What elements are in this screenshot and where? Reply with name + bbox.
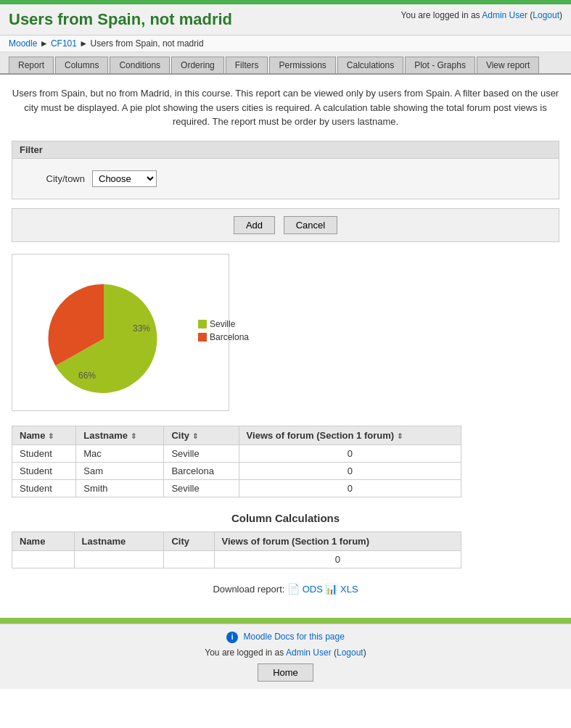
calc-th-name: Name	[12, 531, 75, 550]
barcelona-color	[198, 333, 207, 342]
barcelona-pct-label: 33%	[133, 323, 150, 334]
footer-docs: i Moodle Docs for this page	[7, 632, 564, 643]
footer-logout-link[interactable]: Logout	[337, 648, 363, 658]
filter-body: City/town Choose Seville Barcelona	[12, 159, 559, 199]
th-lastname[interactable]: Lastname ⇕	[76, 426, 164, 444]
page-title: Users from Spain, not madrid	[9, 10, 232, 29]
cf101-link[interactable]: CF101	[51, 38, 77, 49]
row1-name: Student	[12, 444, 76, 462]
barcelona-label: Barcelona	[210, 332, 249, 342]
calc-row-views: 0	[214, 550, 461, 568]
logout-link[interactable]: Logout	[533, 10, 559, 20]
ods-icon: 📄	[287, 583, 300, 595]
tab-plot-graphs[interactable]: Plot - Graphs	[405, 57, 475, 73]
row2-name: Student	[12, 462, 76, 479]
sort-name-icon: ⇕	[48, 432, 54, 440]
moodle-link[interactable]: Moodle	[9, 38, 37, 49]
th-views[interactable]: Views of forum (Section 1 forum) ⇕	[239, 426, 461, 444]
chart-legend: Seville Barcelona	[198, 319, 249, 345]
filter-section: Filter City/town Choose Seville Barcelon…	[12, 141, 559, 199]
login-text: You are logged in as	[401, 10, 480, 20]
pie-svg: 33% 66%	[24, 266, 184, 397]
tab-calculations[interactable]: Calculations	[337, 57, 403, 73]
tab-view-report[interactable]: View report	[477, 57, 539, 73]
data-table: Name ⇕ Lastname ⇕ City ⇕ Views of forum …	[12, 426, 461, 497]
tab-ordering[interactable]: Ordering	[171, 57, 224, 73]
tab-permissions[interactable]: Permissions	[269, 57, 335, 73]
seville-color	[198, 320, 207, 328]
seville-pct-label: 66%	[78, 371, 96, 381]
main-content: Users from Spain, but no from Madrid, in…	[0, 75, 571, 618]
calc-row-name	[12, 550, 75, 568]
docs-link[interactable]: Moodle Docs for this page	[243, 632, 344, 642]
tab-report[interactable]: Report	[9, 57, 54, 73]
row3-city: Seville	[164, 479, 239, 497]
footer-login-row: You are logged in as Admin User (Logout)	[7, 648, 564, 658]
download-row: Download report: 📄 ODS 📊 XLS	[12, 583, 559, 595]
nav-tabs: Report Columns Conditions Ordering Filte…	[0, 52, 571, 75]
sort-city-icon: ⇕	[192, 432, 198, 440]
home-button[interactable]: Home	[258, 663, 313, 682]
th-name[interactable]: Name ⇕	[12, 426, 76, 444]
sep1: ►	[40, 38, 49, 49]
row1-city: Seville	[164, 444, 239, 462]
legend-barcelona: Barcelona	[198, 332, 249, 342]
row2-city: Barcelona	[164, 462, 239, 479]
row2-views: 0	[239, 462, 461, 479]
tab-conditions[interactable]: Conditions	[110, 57, 170, 73]
footer-user-link[interactable]: Admin User	[286, 648, 332, 658]
tab-filters[interactable]: Filters	[226, 57, 268, 73]
calc-th-city: City	[164, 531, 214, 550]
calculations-section: Column Calculations Name Lastname City V…	[12, 512, 559, 568]
calc-row-city	[164, 550, 214, 568]
footer: i Moodle Docs for this page You are logg…	[0, 624, 571, 689]
data-table-wrapper: Name ⇕ Lastname ⇕ City ⇕ Views of forum …	[12, 426, 559, 497]
cancel-button[interactable]: Cancel	[284, 216, 337, 234]
login-info: You are logged in as Admin User (Logout)	[401, 10, 562, 20]
filter-row: City/town Choose Seville Barcelona	[27, 166, 544, 191]
filter-label: City/town	[27, 173, 85, 184]
xls-icon: 📊	[325, 583, 337, 595]
calc-table: Name Lastname City Views of forum (Secti…	[12, 531, 461, 568]
chart-container: 33% 66% Seville Barcelona	[12, 254, 229, 411]
row3-name: Student	[12, 479, 76, 497]
footer-login-text: You are logged in as	[205, 648, 284, 658]
th-city[interactable]: City ⇕	[164, 426, 239, 444]
calc-header-row: Name Lastname City Views of forum (Secti…	[12, 531, 461, 550]
row3-lastname: Smith	[76, 479, 164, 497]
pie-chart: 33% 66%	[24, 266, 184, 399]
calc-body: 0	[12, 550, 461, 568]
add-button[interactable]: Add	[234, 216, 275, 234]
seville-label: Seville	[210, 319, 235, 329]
table-row: Student Sam Barcelona 0	[12, 462, 461, 479]
calc-row-lastname	[74, 550, 164, 568]
buttons-area: Add Cancel	[12, 208, 559, 242]
city-select[interactable]: Choose Seville Barcelona	[92, 170, 157, 187]
breadcrumb: Moodle ► CF101 ► Users from Spain, not m…	[0, 36, 571, 52]
info-icon: i	[226, 632, 238, 643]
admin-user-link[interactable]: Admin User	[482, 10, 527, 20]
table-row: Student Mac Seville 0	[12, 444, 461, 462]
table-row: Student Smith Seville 0	[12, 479, 461, 497]
calc-title: Column Calculations	[12, 512, 559, 524]
table-header-row: Name ⇕ Lastname ⇕ City ⇕ Views of forum …	[12, 426, 461, 444]
row1-lastname: Mac	[76, 444, 164, 462]
row3-views: 0	[239, 479, 461, 497]
xls-link[interactable]: XLS	[340, 584, 358, 595]
calc-th-views: Views of forum (Section 1 forum)	[214, 531, 461, 550]
tab-columns[interactable]: Columns	[55, 57, 108, 73]
sep2: ►	[79, 38, 88, 49]
footer-home: Home	[7, 663, 564, 682]
sort-views-icon: ⇕	[397, 432, 403, 440]
current-page: Users from Spain, not madrid	[91, 38, 204, 49]
chart-inner: 33% 66% Seville Barcelona	[24, 266, 217, 399]
row2-lastname: Sam	[76, 462, 164, 479]
table-body: Student Mac Seville 0 Student Sam Barcel…	[12, 444, 461, 497]
ods-link[interactable]: ODS	[303, 584, 323, 595]
sort-lastname-icon: ⇕	[131, 432, 136, 440]
header: Users from Spain, not madrid You are log…	[0, 4, 571, 36]
description-text: Users from Spain, but no from Madrid, in…	[12, 86, 559, 129]
footer-green-bar	[0, 618, 571, 624]
calc-th-lastname: Lastname	[74, 531, 164, 550]
legend-seville: Seville	[198, 319, 249, 329]
